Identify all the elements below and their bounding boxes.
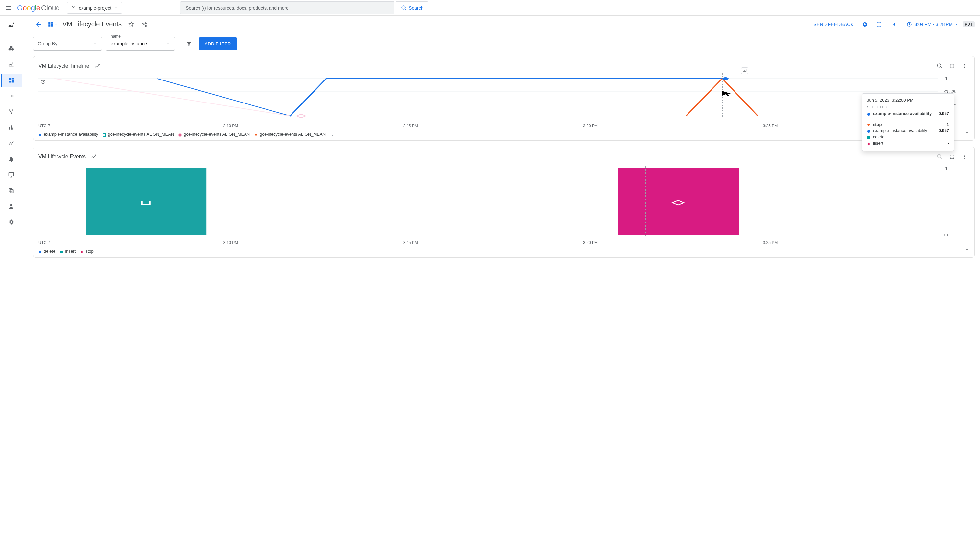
svg-point-0 — [72, 6, 73, 6]
svg-point-33 — [867, 130, 870, 133]
legend-item-more: … — [330, 132, 334, 137]
legend-expand-button[interactable] — [964, 132, 969, 137]
svg-point-38 — [964, 158, 965, 159]
legend-item[interactable]: gce-lifecycle-events ALIGN_MEAN — [178, 132, 250, 137]
card-vm-lifecycle-events: VM Lifecycle Events — [33, 146, 975, 257]
sidebar-item-integrations[interactable] — [3, 89, 19, 103]
svg-point-8 — [11, 113, 12, 114]
favorite-button[interactable] — [126, 18, 137, 30]
chart-zoom-reset-button[interactable] — [935, 152, 944, 161]
services-icon — [8, 108, 14, 115]
svg-rect-9 — [8, 173, 13, 176]
instance-name-select[interactable]: name example-instance — [106, 37, 175, 51]
legend-item[interactable]: gce-lifecycle-events ALIGN_MEAN — [255, 132, 326, 137]
chart-more-button[interactable] — [960, 62, 969, 71]
legend-item[interactable]: example-instance availability — [38, 132, 98, 137]
group-by-label: Group By — [38, 41, 57, 46]
dashboard-icon — [8, 77, 15, 83]
events-chart[interactable]: 1 0 — [38, 166, 969, 239]
svg-rect-34 — [867, 137, 870, 139]
global-search-button[interactable]: Search — [396, 1, 428, 14]
chart-fullscreen-button[interactable] — [947, 152, 957, 161]
sidebar-item-metrics-explorer[interactable] — [3, 58, 19, 71]
time-nav-prev-button[interactable] — [888, 18, 899, 30]
bell-icon — [8, 156, 14, 162]
sidebar-item-groups[interactable] — [3, 168, 19, 181]
project-icon — [71, 5, 76, 11]
sidebar-item-overview[interactable] — [3, 42, 19, 55]
diamond-open-marker-icon — [178, 133, 182, 136]
chevron-down-icon — [114, 5, 118, 10]
legend-expand-button[interactable] — [964, 248, 969, 254]
chart-more-button[interactable] — [960, 152, 969, 161]
timeline-x-axis: UTC-7 3:10 PM 3:15 PM 3:20 PM 3:25 PM — [38, 122, 969, 128]
trending-icon — [8, 140, 14, 146]
card-vm-lifecycle-timeline: VM Lifecycle Timeline — [33, 56, 975, 141]
chart-fullscreen-button[interactable] — [947, 62, 957, 71]
arrow-left-icon — [35, 21, 42, 28]
legend-item[interactable]: gce-lifecycle-events ALIGN_MEAN — [103, 132, 174, 137]
share-button[interactable] — [139, 18, 151, 30]
global-search-input[interactable]: Search (/) for resources, docs, products… — [180, 1, 394, 14]
chevron-down-icon — [955, 22, 959, 26]
tooltip-row: insert - — [867, 141, 949, 146]
chart-analyze-button[interactable] — [93, 62, 102, 71]
sidebar-item-services[interactable] — [3, 105, 19, 118]
integration-icon — [8, 93, 14, 99]
reset-zoom-icon — [937, 154, 943, 160]
time-range-selector[interactable]: 3:04 PM - 3:28 PM PDT — [902, 18, 975, 30]
logo-product-name: Cloud — [41, 4, 60, 12]
sidebar-item-managed-prometheus[interactable] — [3, 184, 19, 197]
sidebar-item-uptime[interactable] — [3, 137, 19, 150]
square-open-marker-icon — [103, 133, 106, 136]
legend-item[interactable]: insert — [60, 249, 76, 254]
legend-item[interactable]: stop — [80, 249, 94, 254]
bar-chart-icon — [8, 124, 14, 131]
add-filter-button[interactable]: ADD FILTER — [199, 37, 237, 50]
clock-icon — [906, 21, 912, 27]
svg-point-14 — [964, 66, 965, 67]
dashboard-settings-button[interactable] — [859, 18, 870, 30]
page-title: VM Lifecycle Events — [62, 21, 122, 28]
sidebar-item-slo[interactable] — [3, 121, 19, 134]
svg-rect-11 — [10, 189, 13, 193]
project-name: example-project — [79, 5, 112, 11]
timeline-chart[interactable]: 1 0.3 0.1 0 — [38, 75, 969, 122]
svg-text:0: 0 — [944, 233, 949, 237]
unfold-icon — [964, 132, 969, 136]
dashboard-icon — [48, 21, 54, 27]
sidebar-item-alerting[interactable] — [3, 152, 19, 165]
hamburger-menu-button[interactable] — [3, 2, 14, 14]
sidebar-item-settings[interactable] — [3, 216, 19, 229]
svg-point-48 — [39, 251, 41, 253]
svg-rect-42 — [618, 168, 739, 235]
group-by-select[interactable]: Group By — [33, 37, 102, 51]
dashboard-type-selector[interactable] — [47, 18, 59, 30]
fullscreen-button[interactable] — [873, 18, 885, 30]
back-button[interactable] — [33, 18, 45, 30]
legend-item[interactable]: delete — [38, 249, 55, 254]
chart-tooltip: Jun 5, 2023, 3:22:00 PM SELECTED example… — [862, 93, 954, 151]
sparkle-chart-icon — [94, 63, 100, 69]
svg-point-5 — [13, 95, 13, 96]
svg-rect-50 — [81, 250, 83, 253]
person-icon — [8, 203, 14, 210]
chart-zoom-reset-button[interactable] — [935, 62, 944, 71]
chevron-down-icon — [54, 23, 57, 26]
svg-point-4 — [13, 23, 14, 24]
tooltip-timestamp: Jun 5, 2023, 3:22:00 PM — [867, 98, 949, 103]
chart-help-button[interactable] — [38, 77, 48, 86]
project-selector[interactable]: example-project — [67, 2, 123, 14]
tooltip-row: example-instance availability 0.957 — [867, 111, 949, 116]
add-annotation-button[interactable] — [741, 67, 748, 74]
sidebar-item-permissions[interactable] — [3, 200, 19, 213]
send-feedback-button[interactable]: SEND FEEDBACK — [813, 22, 853, 27]
chevron-down-icon — [93, 41, 97, 46]
svg-text:1: 1 — [944, 167, 949, 170]
chart-analyze-button[interactable] — [89, 152, 98, 161]
sidebar-item-dashboards[interactable] — [1, 74, 22, 87]
google-cloud-logo[interactable]: Google Cloud — [17, 4, 60, 12]
sidebar-item-monitoring[interactable] — [3, 18, 19, 32]
tooltip-row: delete - — [867, 134, 949, 139]
gear-icon — [8, 219, 14, 226]
